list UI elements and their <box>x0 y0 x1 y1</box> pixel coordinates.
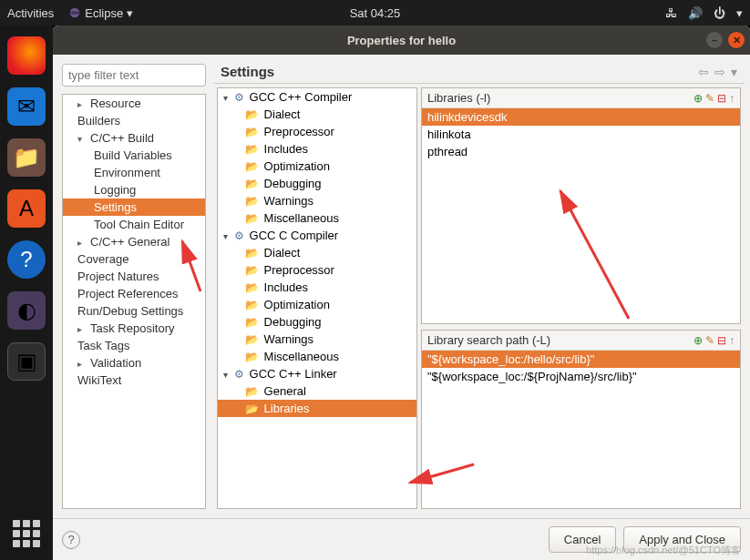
filter-input[interactable] <box>62 64 206 87</box>
files-icon[interactable]: 📁 <box>7 138 46 177</box>
category-item[interactable]: C/C++ General <box>63 233 205 250</box>
libraries-title: Libraries (-l) <box>427 91 693 105</box>
minimize-button[interactable]: – <box>706 32 723 48</box>
activities-button[interactable]: Activities <box>7 6 54 20</box>
add-icon[interactable]: ⊕ <box>693 334 703 347</box>
library-paths-title: Library search path (-L) <box>427 333 693 347</box>
app-menu[interactable]: Eclipse ▾ <box>68 6 133 20</box>
volume-icon[interactable]: 🔊 <box>688 6 703 20</box>
category-item[interactable]: Builders <box>63 112 205 129</box>
firefox-icon[interactable] <box>7 36 46 75</box>
eclipse-icon <box>68 6 81 19</box>
dropdown-icon[interactable]: ▾ <box>736 6 743 20</box>
category-item[interactable]: Environment <box>63 164 205 181</box>
page-title: Settings <box>221 64 698 79</box>
add-icon[interactable]: ⊕ <box>693 92 703 105</box>
tool-tree-item[interactable]: 📂 Miscellaneous <box>218 348 416 365</box>
menu-icon[interactable]: ▾ <box>731 65 737 79</box>
library-item[interactable]: hilinkota <box>422 126 740 143</box>
tool-tree-item[interactable]: 📂 Includes <box>218 279 416 296</box>
dock: ✉ 📁 A ? ◐ ▣ <box>0 25 53 560</box>
up-icon[interactable]: ↑ <box>729 334 735 347</box>
apps-grid-icon[interactable] <box>13 520 40 547</box>
edit-icon[interactable]: ✎ <box>705 92 714 105</box>
library-paths-box: Library search path (-L) ⊕ ✎ ⊟ ↑ "${work… <box>421 330 741 509</box>
forward-icon[interactable]: ⇨ <box>714 65 725 79</box>
tool-settings-tree[interactable]: ▾⚙ GCC C++ Compiler📂 Dialect📂 Preprocess… <box>217 87 417 509</box>
terminal-icon[interactable]: ▣ <box>7 342 46 381</box>
network-icon[interactable]: 🖧 <box>665 6 677 20</box>
tool-tree-item[interactable]: 📂 Dialect <box>218 244 416 261</box>
delete-icon[interactable]: ⊟ <box>717 92 726 105</box>
category-item[interactable]: WikiText <box>63 372 205 389</box>
tool-tree-item[interactable]: 📂 Warnings <box>218 192 416 209</box>
libraries-list[interactable]: hilinkdevicesdkhilinkotapthread <box>422 108 740 323</box>
tool-tree-item[interactable]: 📂 Includes <box>218 140 416 158</box>
category-item[interactable]: Task Repository <box>63 320 205 337</box>
watermark: https://blog.csdn.net/@51CTO博客 <box>586 544 741 557</box>
tool-tree-item[interactable]: 📂 Preprocessor <box>218 261 416 279</box>
category-item[interactable]: Validation <box>63 354 205 372</box>
category-tree[interactable]: ResourceBuildersC/C++ BuildBuild Variabl… <box>62 94 206 509</box>
thunderbird-icon[interactable]: ✉ <box>7 87 46 126</box>
tool-tree-item[interactable]: 📂 Optimization <box>218 296 416 313</box>
tool-tree-item[interactable]: ▾⚙ GCC C++ Linker <box>218 365 416 382</box>
category-item[interactable]: Task Tags <box>63 337 205 354</box>
category-item[interactable]: Project References <box>63 285 205 302</box>
tool-tree-item[interactable]: 📂 Warnings <box>218 331 416 348</box>
eclipse-dock-icon[interactable]: ◐ <box>7 291 46 330</box>
library-item[interactable]: pthread <box>422 143 740 160</box>
software-icon[interactable]: A <box>7 189 46 228</box>
category-item[interactable]: Settings <box>63 199 205 216</box>
tool-tree-item[interactable]: 📂 Optimization <box>218 158 416 175</box>
close-button[interactable]: ✕ <box>728 32 745 48</box>
tool-tree-item[interactable]: 📂 Debugging <box>218 175 416 192</box>
library-paths-list[interactable]: "${workspace_loc:/hello/src/lib}""${work… <box>422 351 740 508</box>
up-icon[interactable]: ↑ <box>729 92 735 105</box>
category-item[interactable]: Logging <box>63 181 205 199</box>
category-item[interactable]: Run/Debug Settings <box>63 302 205 320</box>
edit-icon[interactable]: ✎ <box>705 334 714 347</box>
library-path-item[interactable]: "${workspace_loc:/hello/src/lib}" <box>422 351 740 368</box>
category-item[interactable]: Tool Chain Editor <box>63 216 205 233</box>
gnome-topbar: Activities Eclipse ▾ Sat 04:25 🖧 🔊 ⏻ ▾ <box>0 0 750 25</box>
properties-window: Properties for hello – ✕ ResourceBuilder… <box>53 25 750 560</box>
category-item[interactable]: C/C++ Build <box>63 129 205 147</box>
tool-tree-item[interactable]: ▾⚙ GCC C Compiler <box>218 227 416 244</box>
tool-tree-item[interactable]: 📂 General <box>218 382 416 400</box>
titlebar: Properties for hello – ✕ <box>53 25 750 55</box>
libraries-box: Libraries (-l) ⊕ ✎ ⊟ ↑ hilinkdevicesdkhi… <box>421 87 741 324</box>
category-item[interactable]: Resource <box>63 95 205 112</box>
clock[interactable]: Sat 04:25 <box>350 6 401 20</box>
help-icon[interactable]: ? <box>7 240 46 279</box>
window-title: Properties for hello <box>347 34 456 47</box>
svg-point-1 <box>70 11 80 15</box>
help-button[interactable]: ? <box>62 531 80 549</box>
tool-tree-item[interactable]: ▾⚙ GCC C++ Compiler <box>218 88 416 106</box>
tool-tree-item[interactable]: 📂 Preprocessor <box>218 123 416 140</box>
back-icon[interactable]: ⇦ <box>698 65 709 79</box>
delete-icon[interactable]: ⊟ <box>717 334 726 347</box>
library-path-item[interactable]: "${workspace_loc:/${ProjName}/src/lib}" <box>422 368 740 385</box>
category-item[interactable]: Build Variables <box>63 147 205 164</box>
category-item[interactable]: Project Natures <box>63 268 205 285</box>
tool-tree-item[interactable]: 📂 Debugging <box>218 313 416 331</box>
tool-tree-item[interactable]: 📂 Dialect <box>218 106 416 123</box>
power-icon[interactable]: ⏻ <box>714 6 725 20</box>
category-item[interactable]: Coverage <box>63 250 205 268</box>
tool-tree-item[interactable]: 📂 Miscellaneous <box>218 209 416 227</box>
library-item[interactable]: hilinkdevicesdk <box>422 108 740 126</box>
tool-tree-item[interactable]: 📂 Libraries <box>218 400 416 417</box>
